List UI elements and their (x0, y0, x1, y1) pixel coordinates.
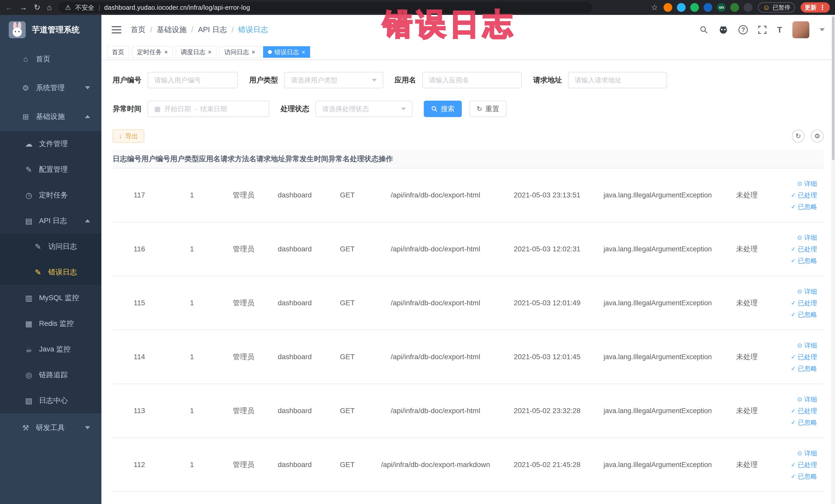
ignored-link[interactable]: ✓ 已忽略 (791, 472, 817, 481)
filter-row-1: 用户编号 用户类型 请选择用户类型 应用名 (113, 72, 824, 88)
api-log-icon: ▤ (24, 217, 34, 225)
sidebar-menu-item[interactable]: ▦ Redis 监控 (0, 311, 101, 336)
processed-link[interactable]: ✓ 已处理 (791, 407, 817, 415)
reset-button[interactable]: ↻ 重置 (469, 101, 506, 117)
status-cell: 未处理 (718, 406, 776, 416)
search-button[interactable]: 搜索 (424, 101, 462, 117)
app-name-input[interactable] (429, 76, 515, 84)
sidebar-menu-item[interactable]: ☕ Java 监控 (0, 336, 101, 362)
orange-extension-icon[interactable] (664, 3, 672, 12)
sidebar-menu-item[interactable]: ✎ 访问日志 (0, 234, 101, 259)
chevron-down-icon[interactable] (820, 28, 825, 31)
process-status-select[interactable]: 请选择处理状态 (315, 101, 412, 117)
back-icon[interactable]: ← (5, 4, 13, 11)
eye-icon: ⊙ (797, 235, 802, 241)
app-logo[interactable]: 芋道管理系统 (0, 15, 101, 45)
menu-item-label: Redis 监控 (39, 319, 74, 328)
settings-button[interactable]: ⚙ (811, 130, 824, 142)
sidebar-menu-item[interactable]: ▤ API 日志 (0, 208, 101, 234)
home-icon[interactable]: ⌂ (47, 4, 52, 11)
sidebar-menu-item[interactable]: ✎ 错误日志 (0, 259, 101, 285)
search-icon[interactable] (699, 25, 708, 34)
log-id-cell: 113 (113, 407, 166, 415)
refresh-button[interactable]: ↻ (792, 130, 805, 142)
detail-link[interactable]: ⊙ 详细 (797, 287, 817, 296)
sidebar-menu-item[interactable]: ☁ 文件管理 (0, 131, 101, 157)
ignored-link[interactable]: ✓ 已忽略 (791, 418, 817, 427)
view-tab[interactable]: 定时任务 × (132, 46, 173, 58)
scrollbar-thumb[interactable] (832, 16, 834, 160)
paused-badge[interactable]: ☺ 已暂停 (758, 2, 795, 13)
reload-icon[interactable]: ↻ (34, 4, 40, 11)
help-icon[interactable]: ? (738, 25, 748, 35)
ignored-link[interactable]: ✓ 已忽略 (791, 310, 817, 319)
processed-link[interactable]: ✓ 已处理 (791, 299, 817, 307)
export-button[interactable]: ↓ 导出 (113, 129, 144, 143)
dev-tools-icon: ⚒ (21, 423, 31, 432)
processed-link[interactable]: ✓ 已处理 (791, 353, 817, 361)
ignored-link[interactable]: ✓ 已忽略 (791, 203, 817, 211)
detail-link[interactable]: ⊙ 详细 (797, 180, 817, 188)
sidebar-menu-item[interactable]: ⚒ 研发工具 (0, 414, 101, 442)
sidebar-menu-item[interactable]: ⌂ 首页 (0, 45, 101, 74)
fullscreen-icon[interactable] (758, 25, 767, 34)
sidebar-menu-item[interactable]: ▨ 日志中心 (0, 388, 101, 414)
bookmark-star-icon[interactable]: ☆ (651, 4, 658, 11)
chevron-icon (85, 426, 90, 429)
close-icon[interactable]: × (164, 49, 168, 55)
user-type-select[interactable]: 请选择用户类型 (284, 72, 383, 88)
sidebar-menu-item[interactable]: ⚙ 系统管理 (0, 74, 101, 102)
exception-name-cell: java.lang.IllegalArgumentException (597, 353, 718, 361)
font-size-icon[interactable]: T (777, 25, 782, 35)
github-icon[interactable] (718, 25, 728, 35)
sidebar-menu-item[interactable]: ◎ 链路追踪 (0, 362, 101, 388)
sidebar-menu-item[interactable]: ⊞ 基础设施 (0, 102, 101, 131)
user-id-cell: 1 (166, 461, 218, 469)
breadcrumb-item[interactable]: 首页 / (131, 25, 157, 35)
view-tab[interactable]: 首页 (107, 46, 129, 58)
detail-link[interactable]: ⊙ 详细 (797, 395, 817, 404)
user-id-input[interactable] (154, 76, 231, 84)
close-icon[interactable]: × (208, 49, 211, 55)
request-url-cell: /api/infra/db-doc/export-html (374, 245, 496, 253)
green-circle-extension-icon[interactable] (690, 3, 699, 12)
ignored-link[interactable]: ✓ 已忽略 (791, 364, 817, 373)
view-tab[interactable]: 访问日志 × (220, 46, 260, 58)
close-icon[interactable]: × (302, 49, 305, 55)
user-avatar[interactable] (792, 21, 809, 38)
detail-link[interactable]: ⊙ 详细 (797, 449, 817, 458)
ignored-link[interactable]: ✓ 已忽略 (791, 257, 817, 265)
sidebar-toggle-button[interactable] (111, 26, 121, 33)
update-button[interactable]: 更新 ⋮ (801, 2, 830, 13)
processed-link[interactable]: ✓ 已处理 (791, 245, 817, 254)
breadcrumb-item[interactable]: 错误日志 / (238, 25, 268, 35)
breadcrumb-item[interactable]: API 日志 / (198, 25, 238, 35)
exception-time-range-picker[interactable]: ▦ 开始日期 - 结束日期 (148, 101, 269, 117)
check-icon: ✓ (791, 300, 796, 306)
close-icon[interactable]: × (251, 49, 255, 55)
table-row: 112 1 管理员 dashboard GET /api/infra/db-do… (113, 438, 824, 492)
view-tab[interactable]: 错误日志 × (263, 46, 310, 58)
processed-link[interactable]: ✓ 已处理 (791, 461, 817, 469)
browser-menu-icon[interactable]: ⋮ (819, 4, 826, 12)
actions-cell: ⊙ 详细 ✓ 已处理 ✓ 已忽略 (776, 180, 824, 211)
detail-link[interactable]: ⊙ 详细 (797, 341, 817, 350)
forward-icon[interactable]: → (20, 4, 27, 11)
green-leaf-extension-icon[interactable] (730, 3, 739, 12)
scrollbar[interactable] (831, 15, 835, 504)
user-type-label: 用户类型 (249, 75, 278, 85)
detail-link[interactable]: ⊙ 详细 (797, 234, 817, 242)
request-url-cell: /api/infra/db-doc/export-html (374, 191, 496, 199)
processed-link[interactable]: ✓ 已处理 (791, 191, 817, 200)
blue-drop-extension-icon[interactable] (677, 3, 686, 12)
request-url-input[interactable] (575, 76, 660, 84)
sidebar-menu-item[interactable]: ▥ MySQL 监控 (0, 285, 101, 311)
blue-grid-extension-icon[interactable] (704, 3, 712, 12)
sidebar-menu-item[interactable]: ◷ 定时任务 (0, 182, 101, 208)
breadcrumb-item[interactable]: 基础设施 / (157, 25, 198, 35)
view-tab[interactable]: 调度日志 × (176, 46, 217, 58)
app-name-cell: dashboard (269, 299, 320, 307)
sidebar-menu-item[interactable]: ✎ 配置管理 (0, 157, 101, 182)
on-badge-extension-icon[interactable]: on (717, 3, 726, 12)
dark-paw-extension-icon[interactable] (744, 3, 752, 12)
